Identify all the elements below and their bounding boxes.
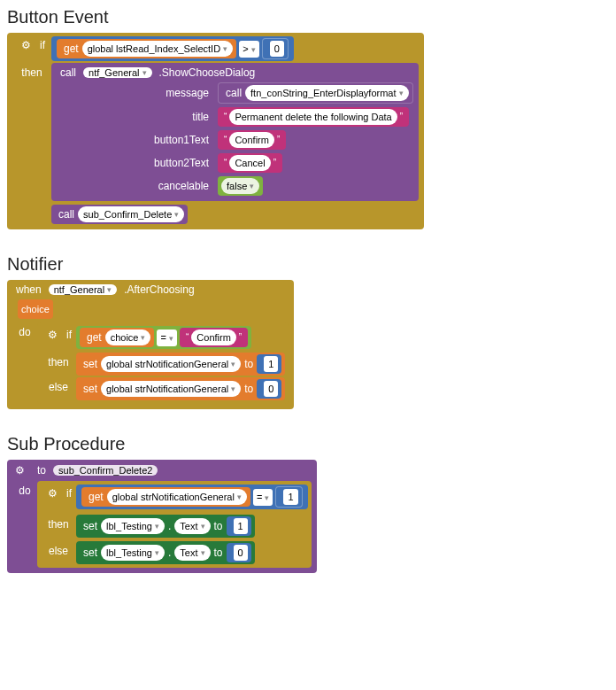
number-block[interactable]: 0 [262, 38, 289, 59]
kw-get: get [85, 489, 107, 505]
section-title: Notifier [7, 254, 609, 275]
component-dropdown[interactable]: ntf_General▾ [83, 67, 151, 78]
if-block[interactable]: ⚙ if get global strNotificationGeneral▾ … [37, 481, 312, 568]
kw-then: then [48, 356, 68, 368]
kw-get: get [60, 41, 82, 57]
procedure-dropdown[interactable]: ftn_conString_EnterDisplayformat▾ [245, 85, 408, 101]
kw-to: to [211, 545, 227, 561]
arg-label: cancelable [154, 180, 211, 192]
arg-label: message [154, 87, 211, 99]
kw-to: to [34, 464, 50, 477]
operator-dropdown[interactable]: > ▾ [239, 41, 259, 58]
kw-then: then [48, 518, 68, 531]
arg-label: button2Text [154, 157, 211, 169]
number-value: 0 [270, 41, 284, 57]
kw-then: then [21, 66, 42, 79]
set-property-block[interactable]: set lbl_Testing▾ . Text▾ to 1 [76, 515, 255, 538]
method-name: .ShowChooseDialog [156, 66, 259, 79]
kw-if: if [40, 39, 45, 51]
text-block[interactable]: “ Cancel ” [218, 153, 282, 173]
number-value: 1 [283, 489, 297, 505]
kw-set: set [80, 518, 101, 534]
procedure-dropdown[interactable]: sub_Confirm_Delete▾ [78, 206, 184, 222]
kw-if: if [66, 329, 72, 341]
number-block[interactable]: 0 [257, 379, 281, 399]
kw-to: to [241, 381, 257, 397]
kw-set: set [80, 545, 101, 561]
kw-get: get [83, 329, 105, 345]
number-value: 0 [264, 381, 278, 397]
var-dropdown[interactable]: global lstRead_Index_SelectID▾ [82, 41, 233, 57]
operator-dropdown[interactable]: = ▾ [253, 489, 273, 506]
kw-if: if [66, 487, 72, 500]
call-procedure-block[interactable]: call ftn_conString_EnterDisplayformat▾ [218, 82, 412, 104]
gear-icon: ⚙ [12, 463, 27, 477]
call-method-block[interactable]: call ntf_General▾ .ShowChooseDialog mess… [51, 63, 419, 201]
kw-do: do [19, 326, 30, 338]
kw-to: to [241, 356, 257, 372]
component-dropdown[interactable]: ntf_General▾ [49, 284, 117, 295]
get-block[interactable]: get global strNotificationGeneral▾ [81, 487, 250, 507]
kw-else: else [49, 381, 68, 393]
number-block[interactable]: 1 [227, 516, 251, 536]
kw-set: set [80, 356, 101, 372]
property-dropdown[interactable]: Text▾ [174, 518, 210, 534]
procedure-name[interactable]: sub_Confirm_Delete2 [53, 465, 158, 476]
number-value: 1 [234, 518, 248, 534]
text-value: Confirm [196, 329, 231, 345]
boolean-value: false [227, 178, 247, 194]
number-block[interactable]: 1 [275, 486, 302, 508]
text-value: Cancel [235, 155, 265, 171]
var-dropdown[interactable]: global strNotificationGeneral▾ [101, 381, 241, 397]
gear-icon: ⚙ [45, 328, 59, 342]
if-block[interactable]: ⚙ if get choice▾ = ▾ [37, 322, 289, 404]
text-block[interactable]: “ Confirm ” [218, 130, 286, 150]
boolean-block[interactable]: false▾ [218, 176, 263, 196]
call-procedure-block[interactable]: call sub_Confirm_Delete▾ [51, 205, 188, 224]
gear-icon: ⚙ [19, 38, 33, 52]
component-dropdown[interactable]: lbl_Testing▾ [101, 518, 165, 534]
kw-do: do [19, 485, 30, 497]
var-dropdown[interactable]: choice▾ [105, 329, 151, 345]
compare-block[interactable]: get global lstRead_Index_SelectID▾ > ▾ 0 [51, 36, 294, 61]
kw-to: to [211, 518, 227, 534]
number-block[interactable]: 1 [257, 354, 281, 374]
arg-label: title [154, 111, 211, 123]
set-property-block[interactable]: set lbl_Testing▾ . Text▾ to 0 [76, 541, 255, 564]
text-value: Permanent delete the following Data [235, 109, 391, 125]
text-value: Confirm [235, 132, 269, 148]
text-block[interactable]: “ Permanent delete the following Data ” [218, 107, 409, 127]
compare-block[interactable]: get choice▾ = ▾ “ Confirm ” [76, 326, 251, 349]
event-param: choice [18, 299, 53, 319]
property-dropdown[interactable]: Text▾ [174, 545, 210, 561]
kw-call: call [55, 206, 78, 222]
operator-dropdown[interactable]: = ▾ [157, 329, 177, 346]
kw-when: when [12, 283, 45, 296]
number-value: 0 [234, 545, 248, 561]
event-block[interactable]: when ntf_General▾ .AfterChoosing choice … [7, 280, 294, 409]
var-dropdown[interactable]: global strNotificationGeneral▾ [107, 489, 247, 505]
set-block[interactable]: set global strNotificationGeneral▾ to 1 [76, 353, 285, 376]
set-block[interactable]: set global strNotificationGeneral▾ to 0 [76, 377, 285, 400]
kw-call: call [222, 85, 245, 101]
kw-else: else [49, 545, 68, 557]
arg-label: button1Text [154, 134, 211, 146]
gear-icon: ⚙ [45, 486, 59, 500]
get-block[interactable]: get global lstRead_Index_SelectID▾ [57, 39, 236, 58]
kw-call: call [57, 66, 80, 79]
section-title: Button Event [7, 7, 609, 27]
component-dropdown[interactable]: lbl_Testing▾ [101, 545, 165, 561]
section-title: Sub Procedure [7, 434, 609, 454]
number-block[interactable]: 0 [227, 543, 251, 562]
text-block[interactable]: “ Confirm ” [180, 328, 248, 347]
procedure-block[interactable]: ⚙ to sub_Confirm_Delete2 do ⚙ if [7, 460, 317, 573]
number-value: 1 [264, 356, 278, 372]
kw-set: set [80, 381, 101, 397]
event-name: .AfterChoosing [120, 283, 197, 296]
var-dropdown[interactable]: global strNotificationGeneral▾ [101, 356, 241, 372]
get-block[interactable]: get choice▾ [80, 328, 154, 347]
if-block[interactable]: ⚙ if get global lstRead_Index_SelectID▾ … [7, 33, 424, 229]
compare-block[interactable]: get global strNotificationGeneral▾ = ▾ 1 [76, 485, 308, 509]
